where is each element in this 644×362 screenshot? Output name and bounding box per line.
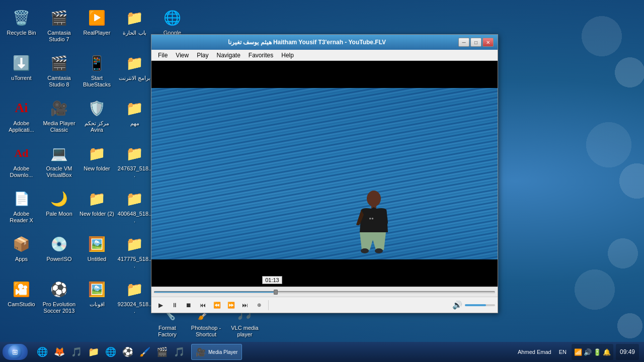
menu-navigate[interactable]: Navigate <box>212 51 244 60</box>
recycle-bin-icon[interactable]: 🗑️ Recycle Bin <box>3 5 40 50</box>
volume-slider[interactable] <box>465 304 495 306</box>
mhm-folder-image: 📁 <box>125 98 145 118</box>
recycle-bin-label: Recycle Bin <box>7 30 36 36</box>
adobe-downlo-label: Adobe Downlo... <box>4 165 39 178</box>
camtasia7-icon[interactable]: 🎬 Camtasia Studio 7 <box>40 5 78 50</box>
extra-button[interactable]: ⊕ <box>253 299 266 311</box>
bluestacks-label: Start BlueStacks <box>79 75 115 88</box>
close-button[interactable]: ✕ <box>482 38 494 47</box>
realplayer-label: RealPlayer <box>84 30 111 36</box>
folder-400648-icon[interactable]: 📁 400648_518... <box>116 186 153 231</box>
folder-417775-icon[interactable]: 📁 417775_518... <box>116 231 153 277</box>
window-titlebar[interactable]: هيثم يوسف تغيرنا Haitham Yousif T3'ernah… <box>151 35 498 50</box>
ie-icon: 🌐 <box>37 346 48 357</box>
adobe-downlo-icon[interactable]: Ad Adobe Downlo... <box>3 141 40 186</box>
folder-417775-image: 📁 <box>125 234 145 254</box>
menu-favorites[interactable]: Favorites <box>245 51 277 60</box>
progress-track[interactable] <box>154 291 495 293</box>
taskbar-pes-icon[interactable]: ⚽ <box>120 344 136 360</box>
video-display-area[interactable]: ●● <box>151 61 498 287</box>
taskbar-winamp-icon[interactable]: 🎵 <box>68 344 85 360</box>
camtasia7-image: 🎬 <box>49 8 69 28</box>
folder-923024-icon[interactable]: 📁 923024_518... <box>116 277 153 322</box>
format-factory-label: Format Factory <box>150 325 185 338</box>
taskbar-explorer-icon[interactable]: 📁 <box>86 344 102 360</box>
progress-thumb[interactable] <box>274 290 278 295</box>
volume-icon: 🔊 <box>452 300 462 310</box>
new-folder-icon[interactable]: 📁 New folder <box>78 141 116 186</box>
new-folder2-label: New folder (2) <box>79 211 114 217</box>
apps-label: Apps <box>15 256 28 262</box>
untitled-icon[interactable]: 🖼️ Untitled <box>78 231 116 277</box>
mpc-taskbar-label: Media Player <box>208 349 237 355</box>
menu-view[interactable]: View <box>172 51 193 60</box>
iqonat-label: اقونات <box>90 301 105 308</box>
new-folder-image: 📁 <box>87 143 107 163</box>
mhm-folder-icon[interactable]: 📁 مهم <box>116 96 153 141</box>
clock-display[interactable]: 09:49 <box>616 344 639 360</box>
folder-arabic-image: 📁 <box>125 8 145 28</box>
apps-icon[interactable]: 📦 Apps <box>3 231 40 277</box>
camstudio-icon[interactable]: 🎦 CamStudio <box>3 277 40 322</box>
maximize-button[interactable]: □ <box>470 38 481 47</box>
pro-evo-icon[interactable]: ⚽ Pro Evolution Soccer 2013 <box>40 277 78 322</box>
play-button[interactable]: ▶ <box>154 299 167 311</box>
progress-area[interactable]: 01:13 <box>151 287 498 297</box>
pes-icon: ⚽ <box>122 346 133 357</box>
utorrent-icon[interactable]: ⬇️ uTorrent <box>3 50 40 96</box>
iqonat-icon[interactable]: 🖼️ اقونات <box>78 277 116 322</box>
taskbar-photoshop-icon[interactable]: 🖌️ <box>137 344 153 360</box>
mpc-taskbar-icon: 🎥 <box>196 347 206 357</box>
media-player-window: هيثم يوسف تغيرنا Haitham Yousif T3'ernah… <box>151 34 498 313</box>
taskbar-music-icon[interactable]: 🎵 <box>171 344 187 360</box>
video-content: ●● <box>151 61 498 287</box>
taskbar-chrome-icon[interactable]: 🌐 <box>103 344 119 360</box>
taskbar-video-icon[interactable]: 🎬 <box>154 344 170 360</box>
untitled-image: 🖼️ <box>87 234 107 254</box>
rewind-button[interactable]: ⏪ <box>210 299 223 311</box>
utorrent-image: ⬇️ <box>12 53 32 73</box>
camtasia8-icon[interactable]: 🎬 Camtasia Studio 8 <box>40 50 78 96</box>
menu-help[interactable]: Help <box>277 51 298 60</box>
taskbar-firefox-icon[interactable]: 🦊 <box>51 344 67 360</box>
music-taskbar-icon: 🎵 <box>174 346 185 357</box>
new-folder-label: New folder <box>84 165 110 172</box>
camtasia7-label: Camtasia Studio 7 <box>42 30 77 43</box>
controls-separator <box>268 300 269 310</box>
stop-button[interactable]: ⏹ <box>182 299 195 311</box>
menu-file[interactable]: File <box>154 51 172 60</box>
time-tooltip: 01:13 <box>262 276 282 284</box>
sea-background <box>151 88 498 259</box>
programs-folder-icon[interactable]: 📁 برامج الانترنت <box>116 50 153 96</box>
volume-area: 🔊 <box>452 300 495 310</box>
folder-247637-icon[interactable]: 📁 247637_518... <box>116 141 153 186</box>
virtualbox-icon[interactable]: 💻 Oracle VM VirtualBox <box>40 141 78 186</box>
firefox-icon: 🦊 <box>54 346 65 357</box>
forward-button[interactable]: ⏩ <box>224 299 237 311</box>
bluestacks-icon[interactable]: 📱 Start BlueStacks <box>78 50 116 96</box>
folder-arabic-icon[interactable]: 📁 باب الحارة <box>116 5 153 50</box>
realplayer-image: ▶️ <box>87 8 107 28</box>
prev-button[interactable]: ⏮ <box>196 299 209 311</box>
next-frame-button[interactable]: ⏭ <box>238 299 252 311</box>
pale-moon-image: 🌙 <box>49 189 69 209</box>
new-folder2-icon[interactable]: 📁 New folder (2) <box>78 186 116 231</box>
media-player-icon[interactable]: 🎥 Media Player Classic <box>40 96 78 141</box>
start-orb: ⊞ <box>8 345 22 359</box>
adobe-reader-icon[interactable]: 📄 Adobe Reader X <box>3 186 40 231</box>
taskbar-mpc-item[interactable]: 🎥 Media Player <box>191 344 242 360</box>
adobe-app-icon[interactable]: Ai Adobe Applicati... <box>3 96 40 141</box>
poweriso-icon[interactable]: 💿 PowerISO <box>40 231 78 277</box>
pale-moon-label: Pale Moon <box>46 211 72 217</box>
taskbar-right-area: Ahmed Emad EN 📶 🔊 🔋 🔔 09:49 <box>515 344 641 360</box>
system-tray: 📶 🔊 🔋 🔔 <box>572 344 613 360</box>
realplayer-icon[interactable]: ▶️ RealPlayer <box>78 5 116 50</box>
person-in-video: ●● <box>354 190 394 255</box>
avira-icon[interactable]: 🛡️ مركز تحكم Avira <box>78 96 116 141</box>
taskbar-ie-icon[interactable]: 🌐 <box>34 344 50 360</box>
start-button[interactable]: ⊞ <box>3 344 28 360</box>
minimize-button[interactable]: ─ <box>458 38 469 47</box>
pale-moon-icon[interactable]: 🌙 Pale Moon <box>40 186 78 231</box>
menu-play[interactable]: Play <box>193 51 212 60</box>
pause-button[interactable]: ⏸ <box>168 299 181 311</box>
